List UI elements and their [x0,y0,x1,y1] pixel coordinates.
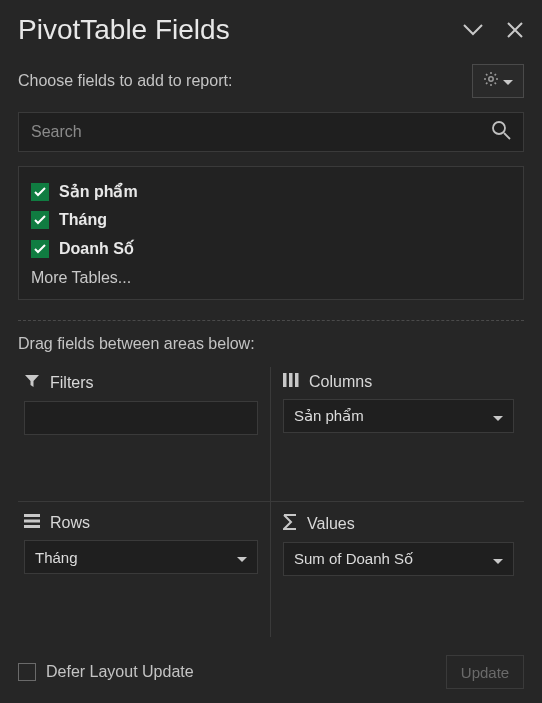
svg-line-2 [504,133,510,139]
svg-rect-8 [24,525,40,528]
svg-rect-3 [283,373,287,387]
field-label: Tháng [59,211,107,229]
more-tables-link[interactable]: More Tables... [31,263,511,289]
columns-icon [283,373,299,391]
chevron-down-icon [493,408,503,425]
filters-header: Filters [24,373,258,393]
header: PivotTable Fields [18,14,524,46]
rows-title: Rows [50,514,90,532]
field-item[interactable]: Tháng [31,206,511,234]
checkbox-checked-icon[interactable] [31,211,49,229]
checkbox-unchecked-icon[interactable] [18,663,36,681]
columns-header: Columns [283,373,514,391]
pivot-fields-pane: PivotTable Fields Choose fields to add t… [0,0,542,703]
search-icon[interactable] [491,120,511,144]
columns-title: Columns [309,373,372,391]
values-drop[interactable]: Sum of Doanh Số [283,542,514,576]
svg-point-1 [493,122,505,134]
columns-value: Sản phẩm [294,407,364,425]
field-label: Sản phẩm [59,182,138,201]
defer-layout-toggle[interactable]: Defer Layout Update [18,663,194,681]
gear-icon [483,71,499,91]
values-area[interactable]: Values Sum of Doanh Số [271,502,524,637]
values-value: Sum of Doanh Số [294,550,413,568]
drop-areas: Filters Columns Sản phẩm [18,367,524,637]
drag-instructions: Drag fields between areas below: [18,335,524,353]
checkbox-checked-icon[interactable] [31,240,49,258]
filters-title: Filters [50,374,94,392]
svg-rect-5 [295,373,299,387]
filter-icon [24,373,40,393]
footer: Defer Layout Update Update [18,655,524,689]
sigma-icon [283,514,297,534]
field-item[interactable]: Doanh Số [31,234,511,263]
field-list: Sản phẩm Tháng Doanh Số More Tables... [18,166,524,300]
filters-area[interactable]: Filters [18,367,271,502]
header-controls [462,21,524,39]
rows-area[interactable]: Rows Tháng [18,502,271,637]
chevron-down-icon [493,551,503,568]
columns-drop[interactable]: Sản phẩm [283,399,514,433]
close-icon[interactable] [506,21,524,39]
rows-header: Rows [24,514,258,532]
rows-drop[interactable]: Tháng [24,540,258,574]
svg-point-0 [489,77,493,81]
chevron-down-icon [503,72,513,90]
divider [18,320,524,321]
svg-rect-7 [24,520,40,523]
pane-title: PivotTable Fields [18,14,230,46]
rows-icon [24,514,40,532]
rows-value: Tháng [35,549,78,566]
subheader-row: Choose fields to add to report: [18,64,524,98]
collapse-icon[interactable] [462,23,484,37]
svg-rect-6 [24,514,40,517]
search-box[interactable] [18,112,524,152]
search-input[interactable] [31,123,491,141]
svg-rect-4 [289,373,293,387]
defer-label: Defer Layout Update [46,663,194,681]
values-title: Values [307,515,355,533]
field-label: Doanh Số [59,239,134,258]
field-item[interactable]: Sản phẩm [31,177,511,206]
chevron-down-icon [237,549,247,566]
values-header: Values [283,514,514,534]
tools-button[interactable] [472,64,524,98]
choose-fields-label: Choose fields to add to report: [18,72,232,90]
update-button[interactable]: Update [446,655,524,689]
columns-area[interactable]: Columns Sản phẩm [271,367,524,502]
checkbox-checked-icon[interactable] [31,183,49,201]
filters-drop[interactable] [24,401,258,435]
